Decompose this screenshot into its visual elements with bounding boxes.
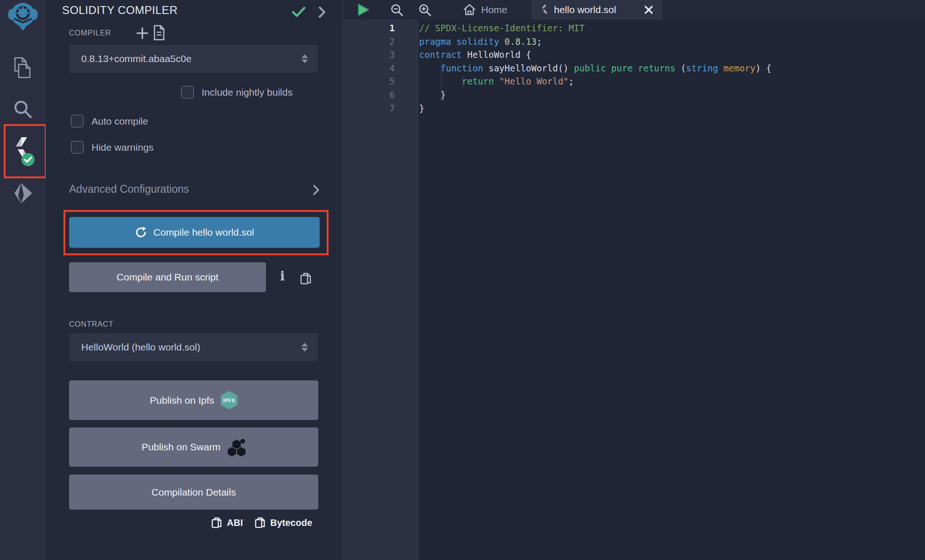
deploy-run-icon[interactable] bbox=[0, 182, 45, 207]
tab-file-label: hello world.sol bbox=[554, 4, 616, 15]
line-number: 5 bbox=[343, 75, 395, 88]
include-nightly-checkbox[interactable] bbox=[181, 86, 194, 98]
auto-compile-checkbox[interactable] bbox=[71, 115, 84, 127]
hide-warnings-checkbox[interactable] bbox=[71, 141, 84, 154]
code-editor: Home hello world.sol 1// SPDX-License-Id… bbox=[343, 0, 925, 560]
ipfs-badge-icon: IPFS bbox=[221, 391, 238, 410]
code-line[interactable]: 4 function sayHelloWorld() public pure r… bbox=[343, 62, 925, 75]
publish-swarm-label: Publish on Swarm bbox=[141, 441, 220, 453]
code-line[interactable]: 1// SPDX-License-Identifier: MIT bbox=[343, 21, 925, 35]
code-text: contract HelloWorld { bbox=[395, 48, 531, 62]
code-line[interactable]: 6 } bbox=[343, 88, 925, 102]
compile-and-run-label: Compile and Run script bbox=[117, 272, 218, 283]
code-line[interactable]: 2pragma solidity 0.8.13; bbox=[343, 35, 925, 49]
copy-script-icon[interactable] bbox=[300, 272, 312, 286]
search-icon[interactable] bbox=[0, 99, 45, 119]
copy-icon bbox=[255, 516, 266, 529]
line-number: 2 bbox=[343, 35, 395, 49]
code-text: function sayHelloWorld() public pure ret… bbox=[395, 62, 771, 75]
line-number: 6 bbox=[343, 88, 395, 102]
code-lines: 1// SPDX-License-Identifier: MIT2pragma … bbox=[343, 21, 925, 115]
copy-icon bbox=[211, 516, 223, 529]
swarm-icon bbox=[227, 438, 246, 456]
select-arrows-icon bbox=[301, 343, 308, 352]
contract-select-value: HelloWorld (hello world.sol) bbox=[81, 342, 200, 353]
advanced-configurations-chevron-icon[interactable] bbox=[313, 184, 320, 196]
compile-success-check-icon bbox=[292, 7, 306, 18]
publish-ipfs-label: Publish on Ipfs bbox=[150, 395, 214, 406]
page-title: SOLIDITY COMPILER bbox=[62, 4, 178, 17]
contract-section-label: CONTRACT bbox=[69, 320, 113, 329]
collapse-panel-chevron-icon[interactable] bbox=[318, 6, 326, 18]
line-number: 7 bbox=[343, 102, 395, 115]
line-number: 3 bbox=[343, 48, 395, 62]
solidity-compiler-icon[interactable] bbox=[0, 136, 45, 167]
code-text: } bbox=[395, 102, 424, 115]
select-arrows-icon bbox=[301, 55, 308, 63]
editor-tab-bar: Home hello world.sol bbox=[343, 0, 925, 20]
code-text: // SPDX-License-Identifier: MIT bbox=[395, 21, 585, 35]
copy-bytecode-button[interactable]: Bytecode bbox=[255, 516, 312, 529]
advanced-configurations-label[interactable]: Advanced Configurations bbox=[69, 183, 189, 196]
code-line[interactable]: 5 return "Hello World"; bbox=[343, 75, 925, 88]
compiler-version-select[interactable]: 0.8.13+commit.abaa5c0e bbox=[69, 45, 318, 73]
copy-abi-button[interactable]: ABI bbox=[211, 516, 243, 529]
refresh-icon bbox=[135, 226, 147, 238]
code-line[interactable]: 7} bbox=[343, 102, 925, 115]
bytecode-label: Bytecode bbox=[270, 518, 312, 528]
code-text: } bbox=[395, 88, 446, 102]
close-tab-icon[interactable] bbox=[645, 6, 653, 14]
remix-logo-icon[interactable] bbox=[0, 2, 45, 33]
compile-and-run-button[interactable]: Compile and Run script bbox=[69, 262, 266, 292]
publish-ipfs-button[interactable]: Publish on Ipfs IPFS bbox=[69, 380, 318, 420]
run-script-play-icon[interactable] bbox=[357, 3, 370, 16]
tab-home-label: Home bbox=[481, 4, 507, 15]
hide-warnings-label: Hide warnings bbox=[91, 142, 154, 153]
compiler-version-value: 0.8.13+commit.abaa5c0e bbox=[81, 53, 191, 64]
compiler-section-label: COMPILER bbox=[69, 29, 111, 37]
code-text: return "Hello World"; bbox=[395, 75, 574, 88]
solidity-compiler-panel: SOLIDITY COMPILER COMPILER 0.8.13+commit… bbox=[46, 0, 343, 560]
abi-label: ABI bbox=[227, 518, 243, 528]
tab-home[interactable]: Home bbox=[439, 0, 532, 20]
publish-swarm-button[interactable]: Publish on Swarm bbox=[69, 427, 318, 467]
icon-rail bbox=[0, 0, 45, 560]
code-text: pragma solidity 0.8.13; bbox=[395, 35, 542, 49]
compilation-details-label: Compilation Details bbox=[152, 487, 236, 498]
info-icon[interactable]: i bbox=[280, 269, 285, 283]
add-compiler-icon[interactable] bbox=[136, 27, 148, 39]
solidity-file-icon bbox=[541, 4, 548, 15]
line-number: 1 bbox=[343, 21, 395, 35]
include-nightly-label: Include nightly builds bbox=[202, 87, 293, 98]
code-line[interactable]: 3contract HelloWorld { bbox=[343, 48, 925, 62]
line-number: 4 bbox=[343, 62, 395, 75]
contract-select[interactable]: HelloWorld (hello world.sol) bbox=[69, 333, 318, 361]
compiler-file-icon[interactable] bbox=[153, 25, 165, 41]
home-icon bbox=[463, 4, 476, 16]
indent-guide bbox=[441, 63, 441, 102]
auto-compile-label: Auto compile bbox=[91, 116, 148, 127]
tab-hello-world-sol[interactable]: hello world.sol bbox=[532, 0, 662, 20]
compile-button[interactable]: Compile hello world.sol bbox=[69, 217, 320, 248]
compile-button-label: Compile hello world.sol bbox=[154, 227, 254, 238]
remix-ide-window: SOLIDITY COMPILER COMPILER 0.8.13+commit… bbox=[0, 0, 925, 560]
zoom-in-icon[interactable] bbox=[418, 3, 431, 16]
indent-guide bbox=[462, 76, 463, 89]
zoom-out-icon[interactable] bbox=[390, 3, 403, 16]
file-explorer-icon[interactable] bbox=[0, 56, 45, 79]
compilation-details-button[interactable]: Compilation Details bbox=[69, 475, 318, 510]
